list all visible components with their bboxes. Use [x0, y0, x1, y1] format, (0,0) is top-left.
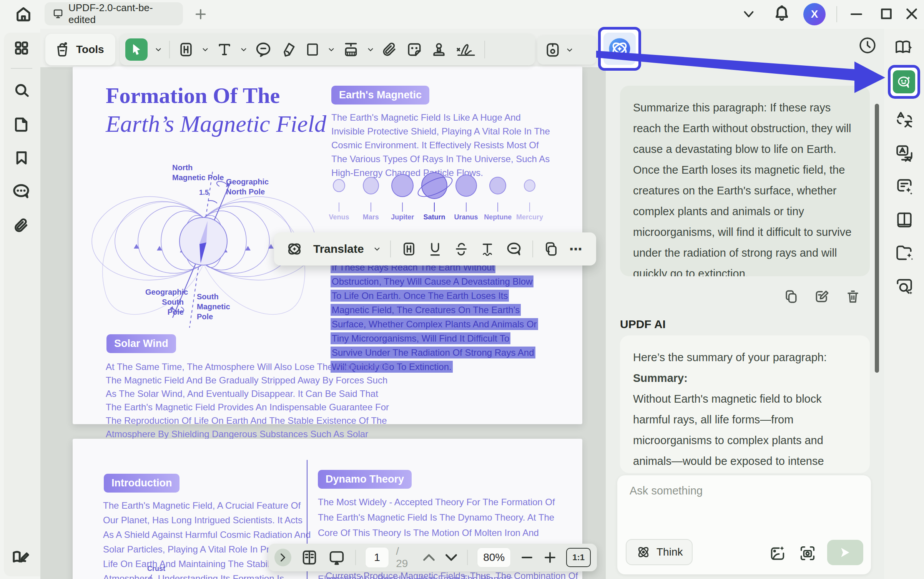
- translate-text-icon[interactable]: [895, 110, 914, 129]
- planet-mercury: Mercury: [515, 170, 544, 221]
- insert-image-icon[interactable]: [769, 544, 786, 562]
- ai-chat-button-active[interactable]: [893, 70, 915, 93]
- tools-button[interactable]: Tools: [45, 34, 115, 65]
- planet-label: Mercury: [515, 213, 544, 221]
- highlight-icon[interactable]: [401, 241, 417, 257]
- reader-sparkle-icon[interactable]: [894, 37, 914, 56]
- search-icon[interactable]: [13, 82, 30, 99]
- presentation-icon[interactable]: [327, 549, 346, 566]
- stamp-tool-icon[interactable]: [430, 41, 447, 58]
- more-options-icon[interactable]: ⋯: [569, 241, 583, 257]
- planet-label: Neptune: [484, 213, 512, 221]
- think-button[interactable]: Think: [626, 539, 693, 565]
- highlight-tool-dropdown-icon[interactable]: [202, 48, 208, 51]
- actual-size-button[interactable]: 1:1: [566, 548, 591, 567]
- copy-message-icon[interactable]: [783, 288, 799, 305]
- translate-page-icon[interactable]: [895, 143, 914, 163]
- selection-toolbar: Translate ⋯: [274, 232, 596, 265]
- ai-intro-text: Here’s the summary of your paragraph:: [633, 347, 857, 368]
- tools-icon: [54, 41, 71, 58]
- squiggly-icon[interactable]: [479, 241, 495, 257]
- label-south-magnetic-pole: South Magnetic Pole: [197, 292, 230, 322]
- comments-icon[interactable]: [12, 182, 31, 200]
- pdf-title-line1: Formation Of The: [106, 83, 280, 108]
- delete-message-icon[interactable]: [845, 288, 861, 305]
- strikethrough-icon[interactable]: [453, 241, 469, 257]
- right-icon-strip: [884, 29, 924, 579]
- text-tool-dropdown-icon[interactable]: [241, 48, 247, 51]
- bookmark-icon[interactable]: [13, 149, 30, 166]
- send-button[interactable]: [827, 540, 863, 565]
- maximize-button[interactable]: [879, 5, 894, 22]
- ai-sender-name: UPDF AI: [620, 318, 666, 331]
- reading-signature-icon[interactable]: [12, 548, 31, 566]
- zoom-out-icon[interactable]: [520, 551, 534, 564]
- pdf-title-line2: Earth’s Magnetic Field: [106, 110, 326, 138]
- notifications-bell-icon[interactable]: [773, 5, 790, 22]
- page-total: / 29: [396, 545, 413, 570]
- measure-tool-dropdown-icon[interactable]: [367, 48, 374, 51]
- page-nav-bar: / 29 80% 1:1: [268, 544, 597, 571]
- ai-search-icon[interactable]: [895, 277, 914, 296]
- close-button[interactable]: [904, 5, 919, 22]
- document-tab[interactable]: UPDF-2.0-cant-be-edited: [45, 2, 183, 25]
- planet-jupiter: Jupiter: [388, 170, 417, 221]
- two-page-view-icon[interactable]: [301, 549, 318, 566]
- tools-label: Tools: [76, 43, 104, 56]
- sticker-tool-icon[interactable]: [406, 41, 423, 58]
- thumbnails-icon[interactable]: [13, 40, 30, 56]
- main-toolbar: [120, 34, 535, 65]
- select-tool-button[interactable]: [125, 38, 148, 61]
- zoom-level[interactable]: 80%: [477, 547, 511, 567]
- highlight-tool-icon[interactable]: [178, 41, 194, 58]
- copy-icon[interactable]: [543, 241, 559, 257]
- underline-icon[interactable]: [427, 241, 443, 257]
- panel-collapse-icon[interactable]: [742, 8, 756, 20]
- chat-input[interactable]: [629, 484, 857, 535]
- nav-divider: [355, 550, 356, 565]
- ai-response-bubble: Here’s the summary of your paragraph: Su…: [620, 335, 870, 473]
- section-badge-dynamo: Dynamo Theory: [318, 470, 412, 489]
- text-tool-icon[interactable]: [216, 41, 233, 58]
- think-label: Think: [656, 546, 683, 558]
- screenshot-icon[interactable]: [799, 544, 816, 562]
- ai-summary-icon[interactable]: [895, 177, 914, 196]
- next-page-icon[interactable]: [445, 553, 458, 562]
- label-geo-south-pole: Geographic South Pole: [145, 287, 184, 317]
- pointer-arrow: [594, 45, 890, 99]
- translate-button[interactable]: Translate: [313, 242, 364, 255]
- selected-text-block[interactable]: If These Rays Reach The Earth Without Ob…: [331, 260, 540, 374]
- pages-icon[interactable]: [13, 116, 30, 133]
- avatar[interactable]: X: [803, 3, 826, 25]
- minimize-button[interactable]: [849, 9, 864, 19]
- nav-divider: [467, 550, 468, 565]
- side-by-side-icon[interactable]: [895, 210, 914, 229]
- section-badge-intro: Introduction: [104, 474, 179, 493]
- attachments-icon[interactable]: [13, 217, 30, 234]
- home-icon[interactable]: [15, 5, 32, 23]
- selected-text: If These Rays Reach The Earth Without Ob…: [331, 261, 538, 373]
- top-bar: UPDF-2.0-cant-be-edited X: [0, 0, 924, 29]
- signature-tool-icon[interactable]: [455, 41, 477, 58]
- ai-folder-icon[interactable]: [895, 243, 914, 262]
- zoom-in-icon[interactable]: [543, 551, 557, 564]
- comment-icon[interactable]: [505, 241, 522, 257]
- expand-nav-button[interactable]: [274, 549, 291, 566]
- save-icon[interactable]: [544, 41, 561, 58]
- save-toolbar: [537, 35, 597, 65]
- chat-scrollbar[interactable]: [875, 104, 879, 373]
- shape-tool-dropdown-icon[interactable]: [328, 48, 334, 51]
- save-dropdown-icon[interactable]: [567, 48, 573, 52]
- sidebar-divider: [11, 68, 32, 69]
- new-tab-icon[interactable]: [194, 8, 207, 21]
- previous-page-icon[interactable]: [422, 553, 435, 562]
- page-number-input[interactable]: [365, 547, 389, 568]
- attach-tool-icon[interactable]: [381, 41, 398, 58]
- translate-dropdown-icon[interactable]: [374, 247, 380, 251]
- comment-tool-icon[interactable]: [254, 41, 272, 58]
- edit-message-icon[interactable]: [813, 288, 831, 305]
- select-tool-dropdown-icon[interactable]: [155, 48, 161, 51]
- measure-tool-icon[interactable]: [342, 41, 360, 58]
- shape-tool-icon[interactable]: [304, 41, 321, 58]
- pen-tool-icon[interactable]: [280, 41, 297, 58]
